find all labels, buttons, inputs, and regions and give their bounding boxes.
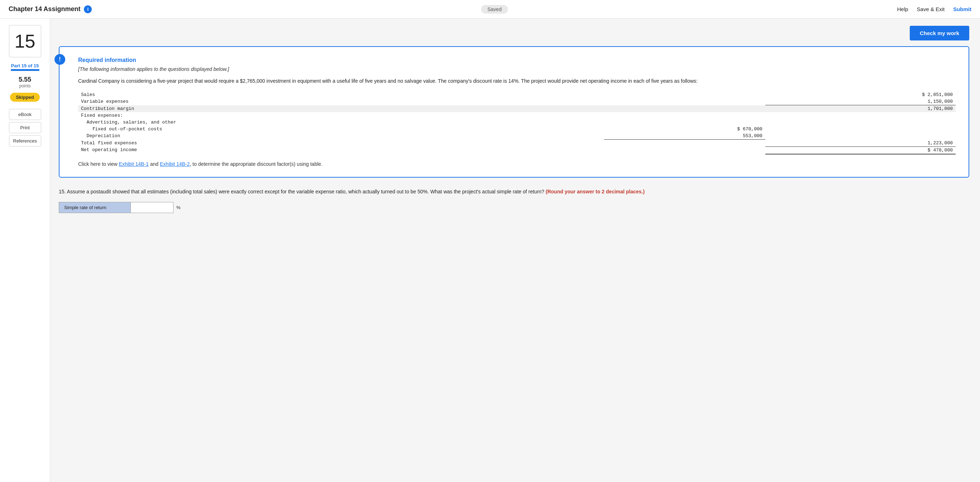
progress-bar-wrap bbox=[11, 69, 40, 71]
table-row: Net operating income $ 478,000 bbox=[78, 146, 956, 154]
row-col2: $ 2,851,000 bbox=[765, 91, 956, 98]
row-label: fixed out-of-pocket costs bbox=[78, 126, 604, 133]
help-link[interactable]: Help bbox=[897, 6, 908, 12]
row-col2 bbox=[765, 126, 956, 133]
references-button[interactable]: References bbox=[9, 135, 41, 146]
row-col1 bbox=[604, 140, 765, 147]
header-right: Help Save & Exit Submit bbox=[897, 6, 971, 12]
points-value: 5.55 bbox=[19, 76, 31, 83]
simple-rate-return-input[interactable] bbox=[130, 202, 173, 213]
question-number-box: 15 bbox=[9, 25, 41, 57]
info-box-icon: ! bbox=[54, 54, 65, 65]
row-col1 bbox=[604, 105, 765, 113]
row-label: Advertising, salaries, and other bbox=[78, 119, 604, 126]
row-col1: $ 670,000 bbox=[604, 126, 765, 133]
round-note: (Round your answer to 2 decimal places.) bbox=[546, 189, 644, 195]
table-row: Depreciation 553,000 bbox=[78, 133, 956, 140]
row-col2: 1,701,000 bbox=[765, 105, 956, 113]
financial-table: Sales $ 2,851,000 Variable expenses 1,15… bbox=[78, 91, 956, 155]
page-title: Chapter 14 Assignment bbox=[9, 5, 80, 13]
info-icon[interactable]: i bbox=[84, 5, 92, 13]
exhibit-text-after: , to determine the appropriate discount … bbox=[189, 161, 322, 167]
exhibit-14b2-link[interactable]: Exhibit 14B-2 bbox=[160, 161, 189, 167]
question-number-inline: 15. bbox=[59, 189, 67, 195]
submit-button[interactable]: Submit bbox=[953, 6, 971, 12]
row-col1 bbox=[604, 146, 765, 154]
sidebar: 15 Part 15 of 15 5.55 points Skipped eBo… bbox=[0, 19, 50, 482]
row-col2: 1,223,000 bbox=[765, 140, 956, 147]
row-label: Contribution margin bbox=[78, 105, 604, 113]
question-body: Assume a postaudit showed that all estim… bbox=[67, 189, 544, 195]
row-col2: $ 478,000 bbox=[765, 146, 956, 154]
skipped-badge: Skipped bbox=[10, 93, 40, 102]
print-button[interactable]: Print bbox=[9, 122, 41, 133]
table-row: fixed out-of-pocket costs $ 670,000 bbox=[78, 126, 956, 133]
row-label: Net operating income bbox=[78, 146, 604, 154]
answer-unit: % bbox=[173, 202, 183, 213]
exhibit-text-before: Click here to view bbox=[78, 161, 119, 167]
exhibit-14b1-link[interactable]: Exhibit 14B-1 bbox=[119, 161, 149, 167]
table-row: Total fixed expenses 1,223,000 bbox=[78, 140, 956, 147]
saved-badge: Saved bbox=[481, 5, 508, 14]
row-col1 bbox=[604, 91, 765, 98]
row-col1 bbox=[604, 112, 765, 119]
content-area: Check my work ! Required information [Th… bbox=[50, 19, 980, 482]
table-row: Fixed expenses: bbox=[78, 112, 956, 119]
row-label: Sales bbox=[78, 91, 604, 98]
row-col2 bbox=[765, 133, 956, 140]
table-row: Advertising, salaries, and other bbox=[78, 119, 956, 126]
row-label: Fixed expenses: bbox=[78, 112, 604, 119]
table-row: Contribution margin 1,701,000 bbox=[78, 105, 956, 113]
progress-bar-fill bbox=[11, 69, 40, 71]
row-label: Depreciation bbox=[78, 133, 604, 140]
info-box: ! Required information [The following in… bbox=[59, 46, 969, 178]
table-row: Sales $ 2,851,000 bbox=[78, 91, 956, 98]
question-number: 15 bbox=[15, 30, 35, 52]
row-label: Variable expenses bbox=[78, 98, 604, 105]
exhibit-text-and: and bbox=[149, 161, 160, 167]
answer-row: Simple rate of return % bbox=[59, 202, 969, 213]
part-label: Part 15 of 15 bbox=[11, 63, 39, 68]
row-col2 bbox=[765, 119, 956, 126]
info-box-body: Cardinal Company is considering a five-y… bbox=[78, 77, 956, 85]
header-left: Chapter 14 Assignment i bbox=[9, 5, 92, 13]
row-col1 bbox=[604, 119, 765, 126]
answer-label: Simple rate of return bbox=[59, 202, 130, 213]
row-col2: 1,150,000 bbox=[765, 98, 956, 105]
info-box-subtitle: [The following information applies to th… bbox=[78, 66, 956, 72]
row-col1 bbox=[604, 98, 765, 105]
row-label: Total fixed expenses bbox=[78, 140, 604, 147]
check-my-work-button[interactable]: Check my work bbox=[910, 26, 969, 40]
exhibit-links: Click here to view Exhibit 14B-1 and Exh… bbox=[78, 161, 956, 167]
question-text: 15. Assume a postaudit showed that all e… bbox=[59, 188, 969, 195]
table-row: Variable expenses 1,150,000 bbox=[78, 98, 956, 105]
header: Chapter 14 Assignment i Saved Help Save … bbox=[0, 0, 980, 19]
main-layout: 15 Part 15 of 15 5.55 points Skipped eBo… bbox=[0, 19, 980, 482]
ebook-button[interactable]: eBook bbox=[9, 109, 41, 120]
info-box-title: Required information bbox=[78, 57, 956, 63]
save-exit-link[interactable]: Save & Exit bbox=[917, 6, 945, 12]
points-label: points bbox=[19, 83, 30, 89]
row-col1: 553,000 bbox=[604, 133, 765, 140]
row-col2 bbox=[765, 112, 956, 119]
